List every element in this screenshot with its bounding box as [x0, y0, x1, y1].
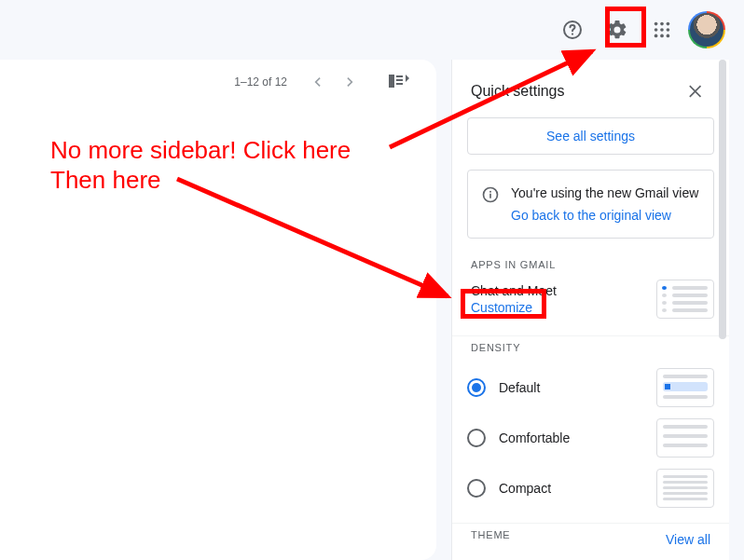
radio-comfortable[interactable]: [467, 429, 486, 447]
panel-header: Quick settings: [452, 60, 729, 117]
svg-point-1: [572, 34, 573, 35]
density-compact-thumb: [656, 469, 714, 508]
account-avatar[interactable]: [688, 11, 725, 48]
chat-meet-thumbnail[interactable]: [656, 280, 714, 319]
svg-point-4: [667, 22, 670, 26]
svg-rect-11: [389, 75, 394, 88]
google-apps-button[interactable]: [643, 11, 681, 48]
radio-compact[interactable]: [467, 479, 486, 498]
next-page-button[interactable]: [336, 67, 365, 97]
theme-view-all-link[interactable]: View all: [666, 532, 710, 547]
see-all-label: See all settings: [546, 129, 635, 143]
density-default-label: Default: [499, 380, 540, 395]
mail-list-panel: 1–12 of 12: [0, 60, 436, 560]
svg-point-8: [654, 34, 658, 38]
svg-rect-13: [396, 79, 403, 81]
apps-section: APPS IN GMAIL Chat and Meet Customize: [452, 253, 729, 335]
panel-scrollbar[interactable]: [716, 60, 729, 560]
chevron-left-icon: [308, 73, 326, 91]
radio-default[interactable]: [467, 378, 486, 397]
svg-point-17: [489, 191, 491, 193]
svg-point-6: [660, 28, 664, 32]
customize-link[interactable]: Customize: [471, 300, 557, 315]
chat-meet-row: Chat and Meet Customize: [452, 280, 729, 326]
svg-point-10: [667, 34, 670, 38]
chat-meet-label: Chat and Meet: [471, 283, 557, 298]
panel-title: Quick settings: [471, 83, 564, 100]
mail-toolbar: 1–12 of 12: [0, 60, 436, 104]
help-icon: [561, 19, 584, 41]
split-pane-icon: [388, 73, 410, 91]
info-icon: [481, 185, 500, 204]
prev-page-button[interactable]: [302, 67, 332, 97]
density-default-row[interactable]: Default: [452, 362, 729, 413]
density-section: DENSITY Default Comfortable: [452, 335, 729, 523]
theme-section: THEME View all: [452, 523, 729, 560]
avatar-image: [690, 13, 723, 47]
svg-point-7: [667, 28, 670, 32]
density-comfortable-row[interactable]: Comfortable: [452, 413, 729, 463]
app-header: [0, 0, 744, 60]
info-line1: You're using the new Gmail view: [511, 185, 698, 200]
density-compact-label: Compact: [499, 481, 551, 496]
settings-button[interactable]: [599, 11, 636, 48]
svg-rect-12: [396, 75, 403, 77]
page-count: 1–12 of 12: [234, 75, 287, 89]
density-comfortable-label: Comfortable: [499, 430, 570, 445]
svg-rect-14: [396, 83, 403, 85]
scrollbar-thumb[interactable]: [719, 60, 726, 339]
svg-point-3: [660, 22, 664, 26]
close-panel-button[interactable]: [681, 76, 710, 106]
chevron-right-icon: [341, 73, 360, 91]
svg-point-5: [654, 28, 658, 32]
density-comfortable-thumb: [656, 418, 714, 458]
density-default-thumb: [656, 368, 714, 407]
close-icon: [686, 82, 705, 101]
theme-section-label: THEME: [471, 529, 511, 540]
quick-settings-panel: Quick settings See all settings You're u…: [451, 60, 729, 560]
density-section-label: DENSITY: [452, 342, 729, 353]
content-area: 1–12 of 12 Quick settings See all settin…: [0, 60, 744, 560]
svg-rect-16: [489, 194, 491, 198]
split-pane-toggle[interactable]: [380, 67, 418, 97]
new-view-info: You're using the new Gmail view Go back …: [467, 170, 714, 239]
go-back-original-link[interactable]: Go back to the original view: [511, 206, 698, 225]
svg-point-9: [660, 34, 664, 38]
density-compact-row[interactable]: Compact: [452, 463, 729, 513]
apps-section-label: APPS IN GMAIL: [452, 259, 729, 270]
svg-point-2: [654, 22, 658, 26]
apps-grid-icon: [652, 20, 672, 40]
gear-icon: [606, 19, 628, 41]
see-all-settings-button[interactable]: See all settings: [467, 117, 714, 155]
help-button[interactable]: [554, 11, 591, 48]
info-text: You're using the new Gmail view Go back …: [511, 184, 698, 225]
